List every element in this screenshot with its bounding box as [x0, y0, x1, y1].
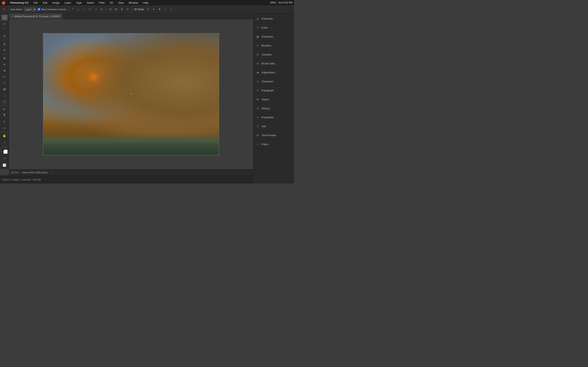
color-profile: Adobe RGB (1998) (8bpc): [22, 171, 48, 174]
menu-select[interactable]: Select: [85, 1, 95, 4]
menu-3d[interactable]: 3D: [109, 1, 114, 4]
distribute-1[interactable]: ⊟: [108, 7, 112, 12]
menu-filter[interactable]: Filter: [98, 1, 106, 4]
libraries-panel-item[interactable]: Libraries: [253, 50, 294, 59]
dodge-tool[interactable]: ◯: [1, 99, 8, 104]
align-left-edges[interactable]: ⊢: [88, 7, 92, 12]
menu-image[interactable]: Image: [51, 1, 61, 4]
swatches-label: Swatches: [261, 35, 273, 38]
swatches-panel-item[interactable]: Swatches: [253, 32, 294, 41]
canvas-area[interactable]: +: [9, 19, 253, 169]
app-toolbar: ✛ Auto-Select: Layer Group Show Transfor…: [0, 5, 294, 13]
app-menu-photoshop[interactable]: Photoshop CC: [9, 1, 30, 4]
status-bar: 16.67% Adobe RGB (1998) (8bpc) ›: [9, 169, 253, 175]
libraries-label: Libraries: [261, 53, 272, 56]
zoom-tool[interactable]: ⌕: [1, 139, 8, 145]
type-tool[interactable]: T: [1, 113, 8, 118]
tab-bar: ✕ Wildfire Pano.psd @ 16.7% (Layer 1, RG…: [9, 13, 294, 19]
move-tool-options[interactable]: ✛: [2, 7, 6, 12]
3d-rotate[interactable]: ↺: [146, 7, 150, 12]
blur-tool[interactable]: ◌: [1, 92, 8, 98]
pen-tool[interactable]: ✒: [1, 106, 8, 112]
color-icon: [256, 26, 259, 30]
status-arrow[interactable]: ›: [51, 171, 52, 174]
menubar-time: Sun 6:42 PM: [278, 1, 292, 4]
color-panel-item[interactable]: Color: [253, 23, 294, 32]
brush-tool[interactable]: ✏: [1, 62, 8, 67]
info-panel-item[interactable]: Info: [253, 122, 294, 131]
gradient-tool[interactable]: ▥: [1, 86, 8, 92]
brushes-icon: [256, 44, 259, 48]
align-horizontal-centers[interactable]: ⊣: [94, 7, 98, 12]
rectangle-tool[interactable]: ▱: [1, 125, 8, 131]
paths-label: Paths: [261, 143, 268, 146]
tab-label: Wildfire Pano.psd @ 16.7% (Layer 1, RGB/…: [14, 15, 60, 17]
auto-select-label: Auto-Select:: [10, 8, 23, 11]
path-selection-tool[interactable]: ↖: [1, 119, 8, 125]
libraries-icon: [256, 53, 259, 57]
character-label: Character: [261, 80, 273, 83]
color-picker[interactable]: [1, 148, 8, 154]
quick-mask-btn[interactable]: ⊙: [1, 155, 8, 161]
apple-menu[interactable]: 🍎: [2, 1, 6, 5]
screen-mode-btn[interactable]: ⬜: [1, 162, 8, 168]
photoshop-canvas[interactable]: +: [43, 33, 219, 155]
character-panel-item[interactable]: Character: [253, 77, 294, 86]
adjustments-icon: [256, 71, 259, 75]
eyedropper-tool[interactable]: ✐: [1, 47, 8, 53]
canvas-crosshair: +: [130, 92, 132, 96]
adjustments-panel-item[interactable]: Adjustment...: [253, 68, 294, 77]
align-top-edges[interactable]: ⊤: [71, 7, 75, 12]
paths-icon: [256, 142, 259, 146]
menu-window[interactable]: Window: [127, 1, 139, 4]
align-vertical-centers[interactable]: ⊥: [76, 7, 81, 12]
move-tool[interactable]: ✛: [1, 15, 8, 20]
3d-roll[interactable]: ↻: [151, 7, 156, 12]
lasso-tool[interactable]: ⌒: [1, 27, 8, 33]
eraser-tool[interactable]: ◻: [1, 80, 8, 86]
paragraph-panel-item[interactable]: Paragraph: [253, 86, 294, 95]
background-color[interactable]: [3, 150, 8, 154]
separator-4: [132, 7, 132, 12]
menu-type[interactable]: Type: [75, 1, 83, 4]
paths-panel-item[interactable]: Paths: [253, 140, 294, 149]
crop-tool[interactable]: ⊡: [1, 41, 8, 47]
styles-panel-item[interactable]: Styles: [253, 95, 294, 104]
properties-panel-item[interactable]: Properties: [253, 113, 294, 122]
brush-settings-panel-item[interactable]: Brush Setti...: [253, 59, 294, 68]
3d-scale[interactable]: ⤡: [169, 7, 173, 12]
spot-healing-tool[interactable]: ⊕: [1, 55, 8, 61]
menu-help[interactable]: Help: [142, 1, 150, 4]
brushes-panel-item[interactable]: Brushes: [253, 41, 294, 50]
separator-2: [68, 7, 69, 12]
hand-tool[interactable]: ✋: [1, 133, 8, 139]
separator-3: [106, 7, 106, 12]
rectangular-marquee-tool[interactable]: ▭: [1, 21, 8, 26]
menu-edit[interactable]: Edit: [42, 1, 48, 4]
history-brush-tool[interactable]: ↩: [1, 74, 8, 80]
auto-select-dropdown[interactable]: Layer Group: [24, 7, 36, 11]
3d-pan[interactable]: ✥: [157, 7, 162, 12]
quick-selection-tool[interactable]: ⊙: [1, 33, 8, 39]
history-panel-item[interactable]: History: [253, 104, 294, 113]
adjustments-label: Adjustment...: [261, 71, 277, 74]
distribute-2[interactable]: ⊠: [114, 7, 118, 12]
styles-icon: [256, 98, 259, 101]
tool-presets-panel-item[interactable]: Tool Presets: [253, 131, 294, 140]
brushes-label: Brushes: [261, 44, 271, 47]
tab-close-icon[interactable]: ✕: [11, 15, 13, 17]
distribute-3[interactable]: ⊞: [120, 7, 124, 12]
menu-layer[interactable]: Layer: [63, 1, 72, 4]
clone-stamp-tool[interactable]: ⊛: [1, 68, 8, 73]
show-transform-checkbox[interactable]: [38, 8, 40, 11]
channels-panel-item[interactable]: Channels: [253, 14, 294, 23]
menu-view[interactable]: View: [117, 1, 125, 4]
show-transform-label[interactable]: Show Transform Controls: [38, 8, 66, 11]
history-icon: [256, 107, 259, 110]
menu-file[interactable]: File: [32, 1, 39, 4]
align-bottom-edges[interactable]: ⊦: [82, 7, 86, 12]
distribute-4[interactable]: ⊡: [125, 7, 130, 12]
document-tab[interactable]: ✕ Wildfire Pano.psd @ 16.7% (Layer 1, RG…: [9, 13, 63, 19]
3d-slide[interactable]: ↕: [163, 7, 167, 12]
align-right-edges[interactable]: ⊡: [99, 7, 104, 12]
